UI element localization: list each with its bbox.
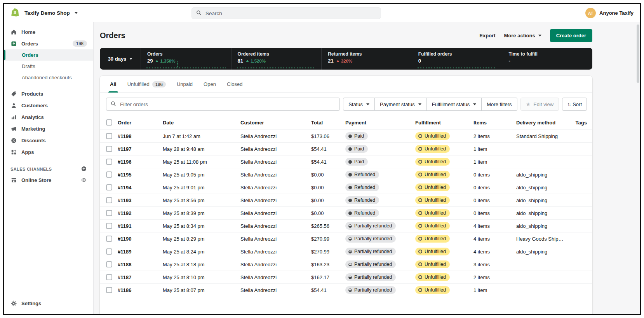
order-number[interactable]: #1192: [118, 210, 163, 216]
order-number[interactable]: #1189: [118, 249, 163, 255]
sidebar-item-apps[interactable]: Apps: [4, 146, 93, 158]
sidebar-item-home[interactable]: Home: [4, 26, 93, 38]
table-row[interactable]: #1198 Jun 7 at 1:42 am Stella Andreozzi …: [100, 129, 592, 142]
payment-status-label: Refunded: [354, 210, 375, 216]
row-checkbox[interactable]: [106, 274, 112, 280]
fulfillment-status-icon: [418, 275, 422, 279]
row-checkbox[interactable]: [106, 236, 112, 242]
sidebar-subitem-drafts[interactable]: Drafts: [4, 61, 93, 72]
more-filters-button[interactable]: More filters: [482, 98, 517, 111]
order-number[interactable]: #1190: [118, 236, 163, 242]
column-header-date[interactable]: Date: [163, 120, 240, 126]
order-number[interactable]: #1194: [118, 185, 163, 190]
sidebar-item-label: Home: [21, 29, 35, 35]
row-checkbox[interactable]: [106, 287, 112, 293]
order-customer: Stella Andreozzi: [240, 287, 311, 293]
shop-switcher[interactable]: S Taxify Demo Shop: [4, 7, 94, 19]
metric-orders[interactable]: Orders 29 1,350%: [141, 48, 231, 70]
filter-orders-input[interactable]: [119, 101, 336, 108]
order-number[interactable]: #1188: [118, 262, 163, 267]
order-number[interactable]: #1198: [118, 133, 163, 139]
column-header-total[interactable]: Total: [311, 120, 345, 126]
row-checkbox[interactable]: [106, 184, 112, 190]
row-checkbox[interactable]: [106, 133, 112, 139]
table-row[interactable]: #1192 May 25 at 8:39 pm Stella Andreozzi…: [100, 206, 592, 219]
order-number[interactable]: #1195: [118, 172, 163, 178]
svg-text:S: S: [14, 10, 16, 15]
table-row[interactable]: #1195 May 25 at 9:05 pm Stella Andreozzi…: [100, 168, 592, 181]
row-checkbox[interactable]: [106, 261, 112, 267]
home-icon: [10, 29, 17, 35]
sidebar-subitem-orders[interactable]: Orders: [4, 49, 93, 61]
order-number[interactable]: #1193: [118, 197, 163, 203]
tab-open[interactable]: Open: [198, 76, 221, 93]
tab-closed[interactable]: Closed: [221, 76, 248, 93]
table-row[interactable]: #1197 May 28 at 9:48 am Stella Andreozzi…: [100, 142, 592, 155]
column-header-tags[interactable]: Tags: [565, 120, 587, 126]
order-date: May 25 at 8:39 pm: [163, 210, 240, 216]
order-number[interactable]: #1191: [118, 223, 163, 229]
sidebar-item-customers[interactable]: Customers: [4, 100, 93, 111]
row-checkbox[interactable]: [106, 146, 112, 152]
more-actions-button[interactable]: More actions: [504, 33, 541, 38]
row-checkbox[interactable]: [106, 159, 112, 165]
user-menu[interactable]: AT Anyone Taxify: [585, 8, 640, 18]
scrollbar-thumb[interactable]: [637, 24, 639, 83]
active-indicator: [4, 50, 5, 60]
row-checkbox[interactable]: [106, 223, 112, 229]
table-row[interactable]: #1188 May 25 at 8:18 pm Stella Andreozzi…: [100, 258, 592, 271]
column-header-payment[interactable]: Payment: [345, 120, 415, 126]
sort-button[interactable]: ↑↓ Sort: [562, 98, 587, 111]
table-row[interactable]: #1186 May 25 at 8:07 pm Stella Andreozzi…: [100, 283, 592, 296]
add-channel-icon[interactable]: [81, 166, 87, 173]
sidebar-item-orders[interactable]: Orders 198: [4, 38, 93, 49]
sidebar-subitem-abandoned-checkouts[interactable]: Abandoned checkouts: [4, 72, 93, 83]
order-number[interactable]: #1196: [118, 159, 163, 165]
row-checkbox[interactable]: [106, 210, 112, 216]
fulfillment-status-filter-button[interactable]: Fulfillment status: [427, 98, 482, 111]
eye-icon[interactable]: [81, 177, 87, 183]
order-number[interactable]: #1187: [118, 274, 163, 280]
tab-all[interactable]: All: [104, 76, 122, 93]
sidebar-item-analytics[interactable]: Analytics: [4, 111, 93, 123]
column-header-items[interactable]: Items: [473, 120, 516, 126]
column-header-fulfillment[interactable]: Fulfillment: [415, 120, 473, 126]
order-number[interactable]: #1186: [118, 287, 163, 293]
table-row[interactable]: #1191 May 25 at 8:34 pm Stella Andreozzi…: [100, 219, 592, 232]
column-header-customer[interactable]: Customer: [240, 120, 311, 126]
sidebar-item-marketing[interactable]: Marketing: [4, 123, 93, 135]
date-range-selector[interactable]: 30 days: [100, 48, 141, 70]
order-delivery-method: aldo_shipping: [516, 197, 565, 203]
search-input[interactable]: [205, 10, 377, 17]
sidebar-item-products[interactable]: Products: [4, 88, 93, 100]
column-header-delivery-method[interactable]: Delivery method: [516, 120, 565, 126]
table-row[interactable]: #1196 May 25 at 11:08 pm Stella Andreozz…: [100, 155, 592, 168]
metric-ordered-items[interactable]: Ordered items 81 1,520%: [231, 48, 322, 70]
row-checkbox[interactable]: [106, 248, 112, 255]
metric-fulfilled-orders[interactable]: Fulfilled orders 0: [412, 48, 503, 70]
tab-unfulfilled[interactable]: Unfulfilled 186: [122, 76, 171, 93]
sidebar-item-online-store[interactable]: Online Store: [4, 174, 93, 186]
order-number[interactable]: #1197: [118, 146, 163, 152]
export-button[interactable]: Export: [479, 33, 495, 38]
global-search[interactable]: [191, 7, 381, 19]
row-checkbox[interactable]: [106, 197, 112, 203]
tab-unpaid[interactable]: Unpaid: [171, 76, 198, 93]
table-row[interactable]: #1193 May 25 at 8:56 pm Stella Andreozzi…: [100, 194, 592, 206]
sidebar-item-discounts[interactable]: Discounts: [4, 135, 93, 146]
payment-status-filter-button[interactable]: Payment status: [375, 98, 427, 111]
select-all-checkbox[interactable]: [106, 119, 112, 126]
sidebar-item-settings[interactable]: Settings: [4, 297, 93, 309]
create-order-button[interactable]: Create order: [550, 29, 592, 42]
column-header-order[interactable]: Order: [118, 120, 163, 126]
edit-view-button[interactable]: ★ Edit view: [520, 98, 559, 111]
table-row[interactable]: #1190 May 25 at 8:29 pm Stella Andreozzi…: [100, 232, 592, 245]
table-row[interactable]: #1194 May 25 at 9:01 pm Stella Andreozzi…: [100, 181, 592, 194]
table-row[interactable]: #1189 May 25 at 8:24 pm Stella Andreozzi…: [100, 245, 592, 258]
filter-orders-field[interactable]: [106, 98, 340, 111]
table-row[interactable]: #1187 May 25 at 8:10 pm Stella Andreozzi…: [100, 271, 592, 283]
metric-returned-items[interactable]: Returned items 21 320%: [322, 48, 412, 70]
row-checkbox[interactable]: [106, 171, 112, 178]
metric-time-to-fulfill[interactable]: Time to fulfill -: [502, 48, 592, 70]
status-filter-button[interactable]: Status: [343, 98, 375, 111]
